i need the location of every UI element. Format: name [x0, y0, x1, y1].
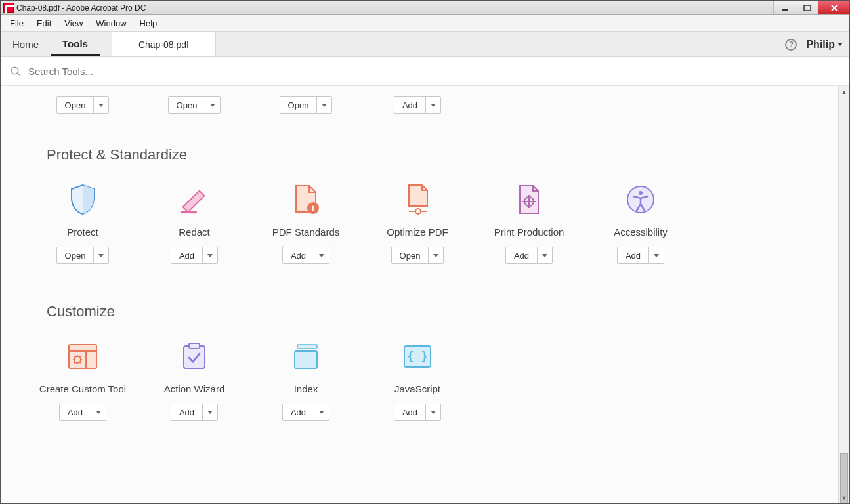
- redact-icon: [178, 183, 211, 216]
- javascript-icon: { }: [401, 340, 434, 373]
- dropdown-toggle[interactable]: [203, 404, 217, 420]
- tool-action-button[interactable]: Open: [56, 247, 110, 264]
- help-icon[interactable]: ?: [785, 39, 797, 51]
- tab-home[interactable]: Home: [1, 32, 51, 56]
- tool-action-button[interactable]: Add: [394, 404, 441, 421]
- tool-label: JavaScript: [394, 383, 440, 394]
- shield-icon: [66, 183, 99, 216]
- tool-action-button[interactable]: Add: [505, 247, 553, 264]
- custom-tool-icon: [66, 340, 99, 373]
- tool-action-wizard[interactable]: Action Wizard Add: [138, 327, 250, 427]
- window-title: Chap-08.pdf - Adobe Acrobat Pro DC: [16, 3, 146, 12]
- tool-action-button[interactable]: Add: [171, 247, 218, 264]
- svg-rect-1: [804, 5, 811, 10]
- tool-action-button[interactable]: Add: [617, 247, 664, 264]
- tool-action-button[interactable]: Add: [282, 247, 329, 264]
- tool-redact[interactable]: Redact Add: [138, 170, 250, 270]
- maximize-button[interactable]: [796, 1, 818, 14]
- menu-view[interactable]: View: [58, 16, 89, 31]
- chevron-down-icon: [838, 43, 843, 46]
- tool-action-button[interactable]: Add: [59, 404, 106, 421]
- accessibility-icon: [624, 183, 657, 216]
- tool-action-button[interactable]: Open: [56, 96, 110, 114]
- tool-label: Redact: [179, 226, 210, 238]
- svg-rect-22: [189, 343, 200, 348]
- close-button[interactable]: [818, 1, 849, 14]
- dropdown-toggle[interactable]: [314, 404, 329, 420]
- svg-rect-24: [295, 351, 317, 368]
- menu-window[interactable]: Window: [89, 16, 133, 31]
- svg-line-5: [17, 73, 20, 76]
- search-input[interactable]: [28, 66, 840, 77]
- dropdown-toggle[interactable]: [203, 247, 217, 263]
- dropdown-toggle[interactable]: [317, 97, 331, 113]
- dropdown-toggle[interactable]: [94, 247, 108, 263]
- dropdown-toggle[interactable]: [649, 247, 664, 263]
- tool-label: Protect: [67, 226, 98, 238]
- svg-rect-23: [297, 345, 317, 348]
- user-name: Philip: [806, 39, 835, 51]
- file-info-icon: i: [289, 183, 322, 216]
- tool-protect[interactable]: Protect Open: [27, 170, 138, 270]
- svg-text:{ }: { }: [407, 349, 429, 363]
- section-title-customize: Customize: [1, 270, 838, 327]
- tool-print-production[interactable]: Print Production Add: [473, 170, 585, 270]
- dropdown-toggle[interactable]: [314, 247, 329, 263]
- tool-label: Create Custom Tool: [39, 383, 126, 394]
- index-icon: [289, 340, 322, 373]
- dropdown-toggle[interactable]: [538, 247, 552, 263]
- tool-label: Print Production: [494, 226, 564, 238]
- tool-action-button[interactable]: Add: [171, 404, 218, 421]
- svg-rect-17: [69, 345, 96, 368]
- app-icon: [3, 3, 14, 13]
- scroll-down-arrow[interactable]: ▼: [839, 492, 849, 503]
- close-icon: [830, 5, 838, 11]
- tool-label: Index: [294, 383, 318, 394]
- tabs-row: Home Tools Chap-08.pdf ? Philip: [1, 32, 849, 57]
- svg-rect-21: [184, 346, 205, 368]
- menubar: File Edit View Window Help: [1, 15, 849, 32]
- menu-help[interactable]: Help: [133, 16, 164, 31]
- svg-text:i: i: [312, 203, 314, 213]
- tool-pdf-standards[interactable]: i PDF Standards Add: [250, 170, 362, 270]
- tool-accessibility[interactable]: Accessibility Add: [585, 170, 696, 270]
- tool-label: Optimize PDF: [387, 226, 448, 238]
- tool-action-button[interactable]: Open: [391, 247, 444, 264]
- titlebar: Chap-08.pdf - Adobe Acrobat Pro DC: [1, 1, 849, 15]
- tools-content: Open Open Open Add Protect & Standardize…: [1, 86, 838, 503]
- scrollbar[interactable]: ▲ ▼: [838, 86, 849, 503]
- tool-action-button[interactable]: Add: [394, 96, 441, 114]
- tab-document[interactable]: Chap-08.pdf: [112, 32, 216, 56]
- tool-label: PDF Standards: [272, 226, 340, 238]
- tool-action-button[interactable]: Open: [280, 96, 333, 114]
- tab-tools[interactable]: Tools: [51, 32, 100, 56]
- svg-point-4: [11, 67, 18, 74]
- tool-action-button[interactable]: Open: [168, 96, 221, 114]
- minimize-button[interactable]: [773, 1, 796, 14]
- search-row: [1, 57, 849, 86]
- user-menu[interactable]: Philip: [806, 39, 843, 51]
- print-production-icon: [513, 183, 545, 216]
- menu-edit[interactable]: Edit: [30, 16, 58, 31]
- dropdown-toggle[interactable]: [429, 247, 443, 263]
- tool-create-custom[interactable]: Create Custom Tool Add: [27, 327, 138, 427]
- tool-optimize-pdf[interactable]: Optimize PDF Open: [362, 170, 473, 270]
- dropdown-toggle[interactable]: [91, 404, 106, 420]
- tool-label: Action Wizard: [164, 383, 225, 394]
- maximize-icon: [803, 5, 811, 11]
- dropdown-toggle[interactable]: [205, 97, 220, 113]
- dropdown-toggle[interactable]: [426, 97, 440, 113]
- search-icon: [10, 66, 22, 77]
- svg-point-9: [415, 209, 421, 214]
- menu-file[interactable]: File: [3, 16, 30, 31]
- action-wizard-icon: [178, 340, 211, 373]
- optimize-icon: [401, 183, 434, 216]
- tool-index[interactable]: Index Add: [250, 327, 362, 427]
- tool-label: Accessibility: [614, 226, 668, 238]
- dropdown-toggle[interactable]: [94, 97, 108, 113]
- minimize-icon: [781, 5, 789, 11]
- tool-action-button[interactable]: Add: [282, 404, 329, 421]
- scroll-up-arrow[interactable]: ▲: [839, 86, 849, 97]
- tool-javascript[interactable]: { } JavaScript Add: [362, 327, 473, 427]
- dropdown-toggle[interactable]: [426, 404, 440, 420]
